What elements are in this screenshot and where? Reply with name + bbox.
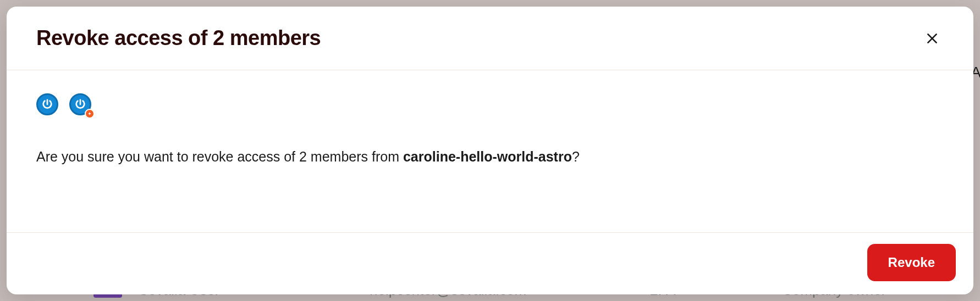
confirm-message: Are you sure you want to revoke access o… <box>36 147 944 166</box>
member-avatar <box>36 93 58 115</box>
modal-footer: Revoke <box>7 233 973 294</box>
avatar-list <box>36 93 944 115</box>
revoke-access-modal: Revoke access of 2 members <box>7 7 973 294</box>
modal-header: Revoke access of 2 members <box>7 7 973 70</box>
resource-name: caroline-hello-world-astro <box>403 149 572 164</box>
confirm-prefix: Are you sure you want to revoke access o… <box>36 149 403 164</box>
close-icon <box>925 31 939 46</box>
modal-title: Revoke access of 2 members <box>36 26 321 50</box>
modal-backdrop: Revoke access of 2 members <box>0 0 980 301</box>
gravatar-icon <box>36 93 58 115</box>
close-button[interactable] <box>921 27 944 50</box>
confirm-suffix: ? <box>572 149 580 164</box>
bolt-badge-icon <box>85 109 95 119</box>
revoke-button[interactable]: Revoke <box>867 244 956 281</box>
member-avatar <box>69 93 91 115</box>
modal-body: Are you sure you want to revoke access o… <box>7 70 973 233</box>
